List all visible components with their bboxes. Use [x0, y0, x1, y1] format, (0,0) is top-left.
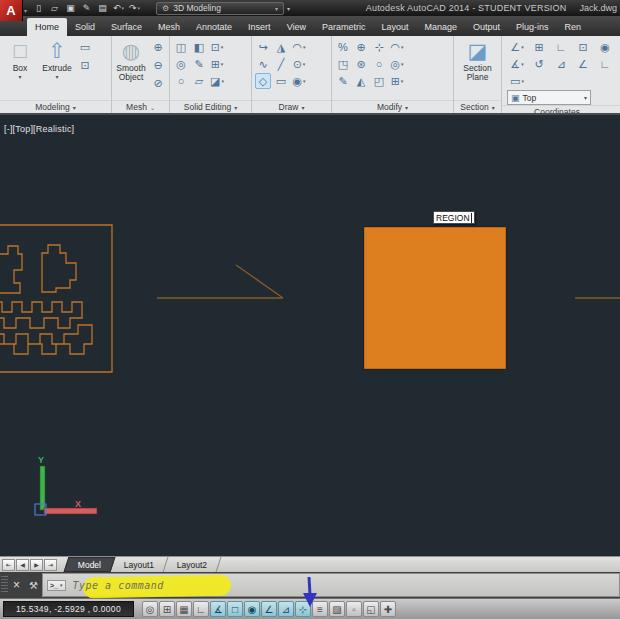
erase-icon[interactable]: ✎: [335, 73, 351, 89]
selection-cycling-toggle[interactable]: ◱: [363, 601, 379, 617]
3d-polyline-icon[interactable]: ◮: [273, 39, 289, 55]
dynamic-input-toggle[interactable]: ⊹: [295, 601, 311, 617]
shell-icon[interactable]: ⊞▾: [209, 56, 225, 72]
jack-left-eye[interactable]: [0, 246, 22, 293]
polysolid-icon[interactable]: ▭: [77, 39, 93, 55]
jack-mouth-lower[interactable]: [0, 325, 92, 354]
panel-label-modeling[interactable]: Modeling▾: [0, 100, 111, 113]
save-as-button[interactable]: ✎: [79, 1, 94, 15]
tab-parametric[interactable]: Parametric: [314, 18, 374, 36]
smooth-more-icon[interactable]: ⊕: [150, 39, 166, 55]
tab-insert[interactable]: Insert: [240, 18, 279, 36]
ucs-icon[interactable]: ∠▾: [507, 39, 527, 55]
section-plane-button[interactable]: ◪ Section Plane: [461, 38, 495, 100]
layout-tab-model[interactable]: Model: [64, 557, 116, 572]
plot-button[interactable]: ▤: [95, 1, 110, 15]
viewport-controls[interactable]: [-][Top][Realistic]: [4, 124, 74, 134]
panel-label-mesh[interactable]: Mesh⌄: [112, 100, 169, 113]
3d-rotate-icon[interactable]: ⊕: [353, 39, 369, 55]
redo-button[interactable]: ↷▾: [127, 1, 142, 15]
array-icon[interactable]: ⊞▾: [389, 73, 405, 89]
lineweight-toggle[interactable]: ≡: [312, 601, 328, 617]
command-input[interactable]: >_ ▾ Type a command: [42, 573, 620, 597]
presspull-icon[interactable]: ⊡: [77, 57, 93, 73]
tab-output[interactable]: Output: [465, 18, 508, 36]
ucs-rotate-icon[interactable]: ∡▾: [507, 56, 527, 72]
grid-display-toggle[interactable]: ▦: [176, 601, 192, 617]
jack-mouth-upper[interactable]: [0, 302, 82, 328]
ucs-3point-icon[interactable]: ∠: [573, 56, 593, 72]
rectangle-icon[interactable]: ▭: [273, 73, 289, 89]
circle-icon[interactable]: ⊙▾: [291, 56, 307, 72]
union-icon[interactable]: ◫: [173, 39, 189, 55]
arc-icon[interactable]: ◠▾: [291, 39, 307, 55]
offset-faces-icon[interactable]: ▱: [191, 73, 207, 89]
check-interference-icon[interactable]: ◪▾: [209, 73, 225, 89]
layout-tab-layout1[interactable]: Layout1: [111, 557, 169, 572]
extract-edges-icon[interactable]: ◳: [335, 56, 351, 72]
named-ucs-icon[interactable]: ▭▾: [507, 73, 527, 89]
panel-label-section[interactable]: Section▾: [454, 100, 501, 113]
qat-customize-arrow[interactable]: ▾: [287, 5, 290, 12]
ucs-zdepth-icon[interactable]: ∟: [595, 56, 615, 72]
tab-solid[interactable]: Solid: [67, 18, 103, 36]
tab-manage[interactable]: Manage: [417, 18, 466, 36]
ucs-face-icon[interactable]: ◉: [595, 39, 615, 55]
command-prompt-button[interactable]: >_ ▾: [47, 580, 66, 591]
separate-solids-icon[interactable]: ⊡▾: [209, 39, 225, 55]
3d-scale-icon[interactable]: ⊛: [353, 56, 369, 72]
tab-view[interactable]: View: [279, 18, 314, 36]
prev-layout-button[interactable]: ◀: [16, 559, 29, 571]
first-layout-button[interactable]: ⇤: [2, 559, 15, 571]
tab-annotate[interactable]: Annotate: [188, 18, 240, 36]
open-file-button[interactable]: ▱: [47, 1, 62, 15]
subtract-icon[interactable]: ◎: [173, 56, 189, 72]
layout-tab-layout2[interactable]: Layout2: [164, 557, 222, 572]
tab-home[interactable]: Home: [27, 18, 67, 36]
snap-mode-toggle[interactable]: ⊞: [159, 601, 175, 617]
region-object[interactable]: [364, 227, 506, 369]
transparency-toggle[interactable]: ▨: [329, 601, 345, 617]
ucs-object-icon[interactable]: ⊡: [573, 39, 593, 55]
next-layout-button[interactable]: ▶: [30, 559, 43, 571]
diagonal-line-object[interactable]: [236, 265, 283, 298]
copy-icon[interactable]: ◰: [371, 73, 387, 89]
object-snap-toggle[interactable]: □: [227, 601, 243, 617]
coordinate-readout[interactable]: 15.5349, -2.5929 , 0.0000: [3, 601, 134, 617]
wrench-icon[interactable]: ⚒: [25, 580, 42, 591]
annotation-monitor-toggle[interactable]: ✚: [380, 601, 396, 617]
tab-ren[interactable]: Ren: [557, 18, 590, 36]
ucs-origin-icon[interactable]: ↺: [529, 56, 549, 72]
ellipse-icon[interactable]: ◉▾: [291, 73, 307, 89]
tab-layout[interactable]: Layout: [374, 18, 417, 36]
save-button[interactable]: ▣: [63, 1, 78, 15]
tab-plug-ins[interactable]: Plug-ins: [508, 18, 557, 36]
object-snap-tracking-toggle[interactable]: ∠: [261, 601, 277, 617]
panel-label-solid-editing[interactable]: Solid Editing▾: [170, 100, 251, 113]
offset-icon[interactable]: ◎▾: [389, 56, 405, 72]
ucs-zaxis-icon[interactable]: ⊿: [551, 56, 571, 72]
rotate-icon[interactable]: ○: [371, 56, 387, 72]
close-icon[interactable]: ×: [8, 578, 25, 592]
ortho-mode-toggle[interactable]: ∟: [193, 601, 209, 617]
infer-constraints-toggle[interactable]: ◎: [142, 601, 158, 617]
spline-icon[interactable]: ∿: [255, 56, 271, 72]
smooth-object-button[interactable]: ◍ Smooth Object: [115, 38, 147, 100]
jack-right-eye[interactable]: [42, 245, 76, 292]
panel-label-coordinates[interactable]: Coordinates⌄: [502, 105, 620, 115]
panel-label-draw[interactable]: Draw▾: [252, 100, 331, 113]
taper-faces-icon[interactable]: ✎: [191, 56, 207, 72]
3d-align-icon[interactable]: ◭: [353, 73, 369, 89]
smooth-less-icon[interactable]: ⊖: [150, 57, 166, 73]
command-bar-grip[interactable]: [1, 576, 8, 594]
extrude-button[interactable]: ⇧ Extrude ▾: [40, 38, 74, 100]
new-file-button[interactable]: ▯: [31, 1, 46, 15]
app-menu-button[interactable]: A: [0, 0, 23, 21]
ucs-world-icon[interactable]: ⊞: [529, 39, 549, 55]
workspace-switcher[interactable]: ⚙ 3D Modeling ▾: [156, 2, 284, 15]
explode-icon[interactable]: %: [335, 39, 351, 55]
last-layout-button[interactable]: ⇥: [44, 559, 57, 571]
fillet-icon[interactable]: ◠▾: [389, 39, 405, 55]
polar-tracking-toggle[interactable]: ∡: [210, 601, 226, 617]
drawing-canvas[interactable]: Y X: [0, 115, 620, 556]
